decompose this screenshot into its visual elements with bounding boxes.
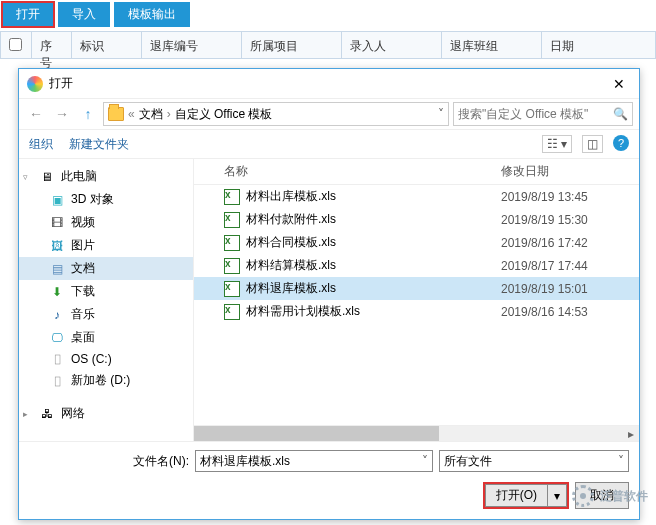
open-split-button[interactable]: 打开(O) ▾ (483, 482, 569, 509)
tree-pictures[interactable]: 图片 (19, 234, 193, 257)
folder-icon (108, 107, 124, 121)
cancel-button[interactable]: 取消 (575, 482, 629, 509)
nav-forward-button: → (51, 103, 73, 125)
app-logo-icon (27, 76, 43, 92)
breadcrumb[interactable]: « 文档 › 自定义 Office 模板 ˅ (103, 102, 449, 126)
tree-downloads[interactable]: 下载 (19, 280, 193, 303)
open-file-button[interactable]: 打开(O) (485, 484, 548, 507)
tree-label: 新加卷 (D:) (71, 372, 130, 389)
nav-up-button[interactable]: ↑ (77, 103, 99, 125)
breadcrumb-dropdown[interactable]: ˅ (438, 107, 444, 121)
filename-input[interactable] (200, 454, 422, 468)
file-date: 2019/8/19 15:30 (501, 213, 631, 227)
filename-combo[interactable]: ˅ (195, 450, 433, 472)
dialog-toolbar: 组织 新建文件夹 ☷ ▾ ◫ ? (19, 129, 639, 159)
chevron-down-icon[interactable]: ˅ (422, 454, 428, 468)
file-list[interactable]: 材料出库模板.xls2019/8/19 13:45材料付款附件.xls2019/… (194, 185, 639, 425)
file-open-dialog: 打开 ✕ ← → ↑ « 文档 › 自定义 Office 模板 ˅ 🔍 组织 新… (18, 68, 640, 520)
new-folder-button[interactable]: 新建文件夹 (69, 136, 129, 153)
open-button[interactable]: 打开 (2, 2, 54, 27)
tree-label: 网络 (61, 405, 85, 422)
breadcrumb-part[interactable]: 文档 (139, 106, 163, 123)
tree-label: 视频 (71, 214, 95, 231)
file-name: 材料付款附件.xls (246, 211, 501, 228)
picture-icon (49, 239, 65, 253)
file-row[interactable]: 材料需用计划模板.xls2019/8/16 14:53 (194, 300, 639, 323)
import-button[interactable]: 导入 (58, 2, 110, 27)
file-date: 2019/8/19 15:01 (501, 282, 631, 296)
organize-menu[interactable]: 组织 (29, 136, 53, 153)
view-mode-button[interactable]: ☷ ▾ (542, 135, 572, 153)
chevron-down-icon[interactable]: ˅ (618, 454, 624, 468)
file-list-header: 名称 修改日期 (194, 159, 639, 185)
tree-label: 文档 (71, 260, 95, 277)
cube-icon (49, 193, 65, 207)
help-button[interactable]: ? (613, 135, 629, 151)
tree-network[interactable]: ▸网络 (19, 402, 193, 425)
download-icon (49, 285, 65, 299)
col-filename[interactable]: 名称 (224, 163, 501, 180)
col-date[interactable]: 日期 (542, 32, 656, 58)
search-box[interactable]: 🔍 (453, 102, 633, 126)
tree-documents[interactable]: 文档 (19, 257, 193, 280)
col-seq[interactable]: 序号 (32, 32, 72, 58)
horizontal-scrollbar[interactable]: ◂ ▸ (194, 425, 639, 441)
close-icon[interactable]: ✕ (607, 76, 631, 92)
col-project[interactable]: 所属项目 (242, 32, 342, 58)
breadcrumb-part[interactable]: 自定义 Office 模板 (175, 106, 273, 123)
nav-tree[interactable]: ▿此电脑 3D 对象 视频 图片 文档 下载 音乐 桌面 OS (C:) 新加卷… (19, 159, 194, 441)
col-flag[interactable]: 标识 (72, 32, 142, 58)
dialog-bottom: 文件名(N): ˅ 所有文件 ˅ 打开(O) ▾ 取消 (19, 441, 639, 519)
col-modified[interactable]: 修改日期 (501, 163, 631, 180)
file-date: 2019/8/17 17:44 (501, 259, 631, 273)
file-row[interactable]: 材料出库模板.xls2019/8/19 13:45 (194, 185, 639, 208)
tree-3d-objects[interactable]: 3D 对象 (19, 188, 193, 211)
tree-music[interactable]: 音乐 (19, 303, 193, 326)
search-icon[interactable]: 🔍 (613, 107, 628, 121)
filename-label: 文件名(N): (29, 453, 189, 470)
col-return-team[interactable]: 退库班组 (442, 32, 542, 58)
file-row[interactable]: 材料付款附件.xls2019/8/19 15:30 (194, 208, 639, 231)
col-return-no[interactable]: 退库编号 (142, 32, 242, 58)
drive-icon (49, 352, 65, 366)
grid-header: 序号 标识 退库编号 所属项目 录入人 退库班组 日期 (0, 31, 656, 59)
filter-label: 所有文件 (444, 453, 492, 470)
tree-drive-d[interactable]: 新加卷 (D:) (19, 369, 193, 392)
xls-file-icon (224, 281, 240, 297)
scroll-right-arrow[interactable]: ▸ (623, 426, 639, 441)
open-dropdown-button[interactable]: ▾ (548, 484, 567, 507)
col-checkbox[interactable] (0, 32, 32, 58)
file-name: 材料结算模板.xls (246, 257, 501, 274)
file-row[interactable]: 材料退库模板.xls2019/8/19 15:01 (194, 277, 639, 300)
filetype-filter[interactable]: 所有文件 ˅ (439, 450, 629, 472)
template-output-button[interactable]: 模板输出 (114, 2, 190, 27)
col-entered-by[interactable]: 录入人 (342, 32, 442, 58)
pc-icon (39, 170, 55, 184)
app-toolbar: 打开 导入 模板输出 (0, 0, 656, 29)
tree-label: 此电脑 (61, 168, 97, 185)
tree-label: 下载 (71, 283, 95, 300)
tree-label: 桌面 (71, 329, 95, 346)
search-input[interactable] (458, 107, 613, 121)
select-all-checkbox[interactable] (9, 38, 22, 51)
xls-file-icon (224, 304, 240, 320)
tree-drive-c[interactable]: OS (C:) (19, 349, 193, 369)
file-name: 材料出库模板.xls (246, 188, 501, 205)
file-row[interactable]: 材料合同模板.xls2019/8/16 17:42 (194, 231, 639, 254)
tree-videos[interactable]: 视频 (19, 211, 193, 234)
tree-this-pc[interactable]: ▿此电脑 (19, 165, 193, 188)
xls-file-icon (224, 189, 240, 205)
tree-label: OS (C:) (71, 352, 112, 366)
file-name: 材料退库模板.xls (246, 280, 501, 297)
dialog-title: 打开 (49, 75, 607, 92)
drive-icon (49, 374, 65, 388)
xls-file-icon (224, 258, 240, 274)
file-row[interactable]: 材料结算模板.xls2019/8/17 17:44 (194, 254, 639, 277)
document-icon (49, 262, 65, 276)
music-icon (49, 308, 65, 322)
scrollbar-thumb[interactable] (194, 426, 439, 441)
file-name: 材料合同模板.xls (246, 234, 501, 251)
nav-back-button: ← (25, 103, 47, 125)
preview-pane-button[interactable]: ◫ (582, 135, 603, 153)
tree-desktop[interactable]: 桌面 (19, 326, 193, 349)
